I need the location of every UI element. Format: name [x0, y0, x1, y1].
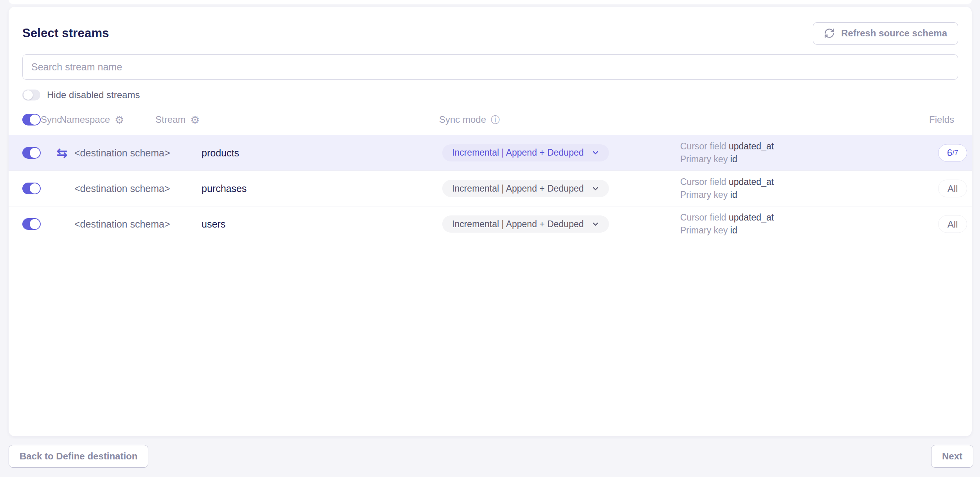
header-fields: Fields: [929, 114, 954, 125]
stream-row-products[interactable]: ⇆ <destination schema> products Incremen…: [9, 135, 972, 170]
sync-mode-label: Incremental | Append + Deduped: [452, 183, 584, 194]
refresh-source-schema-button[interactable]: Refresh source schema: [813, 22, 958, 45]
header-sync-mode: Sync mode ⓘ: [439, 114, 500, 125]
back-to-define-destination-button[interactable]: Back to Define destination: [9, 445, 148, 468]
sync-mode-info-icon[interactable]: ⓘ: [491, 115, 500, 124]
stream-name: products: [202, 147, 239, 158]
primary-key-line: Primary key id: [680, 153, 774, 166]
stream-settings-gear-icon[interactable]: ⚙: [190, 115, 200, 125]
sync-mode-label: Incremental | Append + Deduped: [452, 219, 584, 230]
refresh-icon: [824, 28, 835, 39]
cursor-field-line: Cursor field updated_at: [680, 176, 774, 188]
refresh-button-label: Refresh source schema: [841, 28, 947, 39]
primary-key-line: Primary key id: [680, 224, 774, 237]
chevron-down-icon: [592, 221, 599, 228]
cursor-field-line: Cursor field updated_at: [680, 140, 774, 153]
toggle-knob: [23, 90, 33, 100]
previous-card-bottom-edge: [9, 0, 972, 4]
fields-count-badge[interactable]: 6/7: [938, 144, 967, 161]
fields-all-badge[interactable]: All: [938, 215, 967, 233]
sync-toggle[interactable]: [22, 183, 41, 194]
stream-row-users[interactable]: <destination schema> users Incremental |…: [9, 206, 972, 242]
hide-disabled-toggle[interactable]: [22, 90, 40, 100]
select-streams-card: Select streams Refresh source schema Hid…: [9, 7, 972, 436]
toggle-knob: [30, 219, 40, 229]
fields-all-badge[interactable]: All: [938, 180, 967, 197]
search-stream-input[interactable]: [22, 54, 958, 80]
cursor-field-line: Cursor field updated_at: [680, 211, 774, 224]
stream-properties: Cursor field updated_at Primary key id: [680, 211, 774, 237]
namespace-settings-gear-icon[interactable]: ⚙: [115, 115, 124, 125]
sync-arrows-icon: ⇆: [56, 145, 68, 161]
chevron-down-icon: [592, 149, 599, 156]
sync-toggle[interactable]: [22, 147, 41, 159]
next-button[interactable]: Next: [931, 445, 973, 468]
stream-name: purchases: [202, 183, 247, 194]
toggle-knob: [30, 183, 40, 194]
stream-properties: Cursor field updated_at Primary key id: [680, 140, 774, 166]
stream-name: users: [202, 219, 225, 230]
namespace-value: <destination schema>: [74, 219, 170, 230]
sync-mode-dropdown[interactable]: Incremental | Append + Deduped: [442, 180, 609, 197]
table-header: Sync Namespace ⚙ Stream ⚙ Sync mode ⓘ Fi…: [22, 111, 958, 128]
header-sync: Sync: [41, 114, 61, 125]
hide-disabled-row: Hide disabled streams: [22, 88, 958, 102]
hide-disabled-label: Hide disabled streams: [47, 90, 140, 100]
namespace-value: <destination schema>: [74, 183, 170, 194]
sync-mode-label: Incremental | Append + Deduped: [452, 147, 584, 158]
page-title: Select streams: [22, 26, 109, 40]
sync-all-toggle[interactable]: [22, 114, 41, 126]
stream-row-purchases[interactable]: <destination schema> purchases Increment…: [9, 170, 972, 206]
namespace-value: <destination schema>: [74, 147, 170, 158]
header-namespace: Namespace ⚙: [60, 114, 124, 125]
card-header: Select streams Refresh source schema: [22, 7, 958, 44]
sync-mode-dropdown[interactable]: Incremental | Append + Deduped: [442, 144, 609, 161]
sync-toggle[interactable]: [22, 218, 41, 230]
sync-mode-dropdown[interactable]: Incremental | Append + Deduped: [442, 215, 609, 233]
toggle-knob: [30, 115, 40, 125]
toggle-knob: [30, 148, 40, 158]
header-stream: Stream ⚙: [155, 114, 200, 125]
chevron-down-icon: [592, 185, 599, 192]
stream-properties: Cursor field updated_at Primary key id: [680, 176, 774, 201]
primary-key-line: Primary key id: [680, 188, 774, 201]
